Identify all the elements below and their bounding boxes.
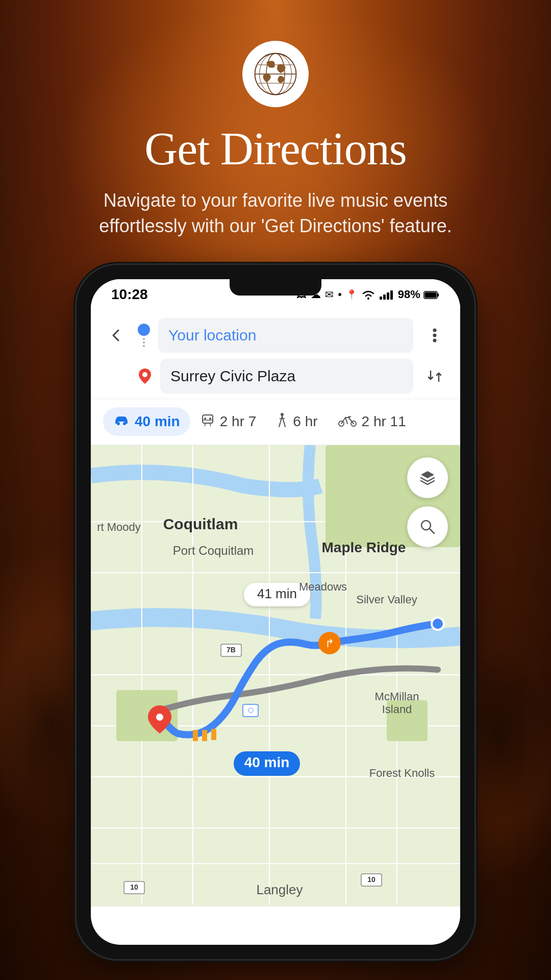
svg-text:⬡: ⬡ — [248, 706, 254, 714]
to-input[interactable]: Surrey Civic Plaza — [160, 359, 413, 394]
svg-text:10: 10 — [130, 883, 138, 891]
svg-rect-54 — [202, 730, 207, 741]
svg-point-18 — [117, 422, 120, 425]
email-status-icon: ✉ — [325, 288, 334, 301]
page-title: Get Directions — [144, 122, 406, 175]
svg-text:Coquitlam: Coquitlam — [163, 516, 238, 532]
svg-point-24 — [204, 418, 206, 420]
origin-dot — [138, 324, 150, 336]
swap-directions-button[interactable] — [421, 363, 448, 389]
transport-bar: 40 min — [91, 399, 460, 445]
layers-button[interactable] — [407, 457, 448, 498]
back-button[interactable] — [103, 322, 130, 349]
bike-time-label: 2 hr 11 — [362, 413, 406, 430]
page-content: Get Directions Navigate to your favorite… — [0, 0, 551, 980]
svg-point-17 — [142, 372, 147, 377]
to-row: Surrey Civic Plaza — [103, 359, 448, 394]
transit-time-label: 2 hr 7 — [220, 413, 257, 430]
svg-text:Silver Valley: Silver Valley — [356, 593, 417, 606]
svg-point-16 — [433, 338, 437, 342]
svg-rect-10 — [390, 290, 393, 300]
svg-text:Maple Ridge: Maple Ridge — [322, 540, 406, 555]
svg-point-25 — [209, 418, 211, 420]
phone-screen: 10:28 🖼 ☁ ✉ • 📍 — [91, 279, 460, 945]
svg-text:Island: Island — [382, 703, 412, 716]
destination-pin — [138, 369, 152, 383]
phone-notch — [230, 279, 321, 296]
svg-rect-55 — [211, 729, 216, 740]
svg-point-51 — [432, 618, 444, 630]
svg-text:rt Moody: rt Moody — [97, 521, 141, 533]
battery-status: 98% — [398, 288, 440, 301]
car-time-label: 40 min — [135, 413, 180, 430]
svg-text:41 min: 41 min — [257, 586, 297, 601]
svg-point-19 — [123, 422, 126, 425]
status-time: 10:28 — [111, 286, 148, 303]
svg-text:40 min: 40 min — [244, 754, 290, 770]
svg-rect-7 — [380, 297, 382, 300]
svg-text:Meadows: Meadows — [299, 580, 347, 593]
svg-rect-20 — [203, 415, 213, 423]
phone-outer-frame: 10:28 🖼 ☁ ✉ • 📍 — [77, 265, 474, 959]
transport-walk[interactable]: 6 hr — [266, 406, 328, 437]
globe-icon-container — [242, 41, 309, 107]
from-input[interactable]: Your location — [158, 318, 413, 353]
signal-status-icon — [380, 289, 394, 300]
car-icon — [113, 413, 130, 430]
transport-car[interactable]: 40 min — [103, 407, 190, 436]
nav-header: Your location — [91, 310, 460, 399]
svg-point-6 — [367, 298, 369, 300]
svg-text:Port Coquitlam: Port Coquitlam — [173, 544, 254, 557]
more-options-button[interactable] — [421, 322, 448, 349]
page-subtitle: Navigate to your favorite live music eve… — [66, 188, 485, 239]
svg-text:↱: ↱ — [325, 637, 334, 650]
location-status-icon: 📍 — [346, 289, 357, 300]
svg-rect-9 — [387, 292, 389, 300]
transit-icon — [201, 413, 215, 431]
svg-text:7B: 7B — [227, 646, 236, 654]
svg-rect-8 — [383, 295, 386, 300]
svg-text:Forest Knolls: Forest Knolls — [369, 767, 435, 779]
wifi-status-icon — [361, 289, 375, 300]
svg-point-15 — [433, 333, 437, 337]
svg-rect-13 — [425, 292, 437, 298]
svg-line-75 — [430, 529, 434, 533]
svg-rect-53 — [193, 730, 198, 741]
from-row: Your location — [103, 318, 448, 353]
dot-status: • — [338, 288, 342, 301]
globe-icon — [253, 51, 298, 97]
walk-icon — [277, 412, 288, 431]
bike-icon — [338, 413, 357, 430]
transport-bike[interactable]: 2 hr 11 — [328, 407, 416, 436]
svg-point-52 — [156, 714, 163, 721]
svg-text:Langley: Langley — [256, 882, 303, 897]
svg-text:10: 10 — [367, 875, 375, 884]
svg-point-14 — [433, 328, 437, 332]
walk-time-label: 6 hr — [293, 413, 317, 430]
transport-transit[interactable]: 2 hr 7 — [190, 407, 267, 437]
svg-text:McMillan: McMillan — [375, 690, 419, 703]
map-search-button[interactable] — [407, 506, 448, 547]
map-area[interactable]: 7B 10 10 — [91, 445, 460, 906]
phone-mockup: 10:28 🖼 ☁ ✉ • 📍 — [77, 265, 474, 980]
svg-rect-12 — [437, 293, 439, 297]
map-svg: 7B 10 10 — [91, 445, 460, 904]
